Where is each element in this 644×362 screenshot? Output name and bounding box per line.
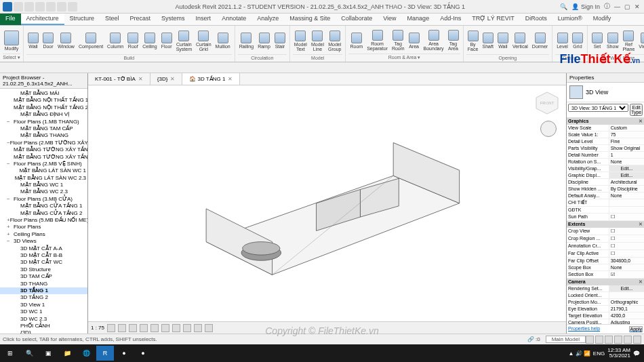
tray-icons[interactable]: ▲ 🔊 📶 — [568, 350, 590, 357]
ribbon-btn-model-line[interactable]: Model Line — [310, 30, 325, 52]
prop-row[interactable]: Show Hidden ...By Discipline — [567, 186, 644, 193]
temp-hide-icon[interactable] — [194, 324, 202, 332]
prop-value[interactable] — [609, 207, 644, 213]
select-pinned-icon[interactable] — [605, 336, 613, 344]
prop-row[interactable]: Scope BoxNone — [567, 264, 644, 271]
ribbon-btn-dormer[interactable]: Dormer — [531, 32, 549, 49]
tree-item[interactable]: MẶT BẰNG TƯỜNG XÂY TẦNG 2 — [0, 154, 87, 161]
detail-level-icon[interactable] — [107, 324, 115, 332]
ribbon-tab-massing-site[interactable]: Massing & Site — [284, 14, 336, 25]
tree-item[interactable]: +Ceiling Plans — [0, 231, 87, 238]
ribbon-btn-component[interactable]: Component — [77, 32, 104, 49]
tree-item[interactable]: MẶT BẰNG WC 2.3 — [0, 188, 87, 195]
ribbon-btn-floor[interactable]: Floor — [160, 32, 174, 49]
ribbon-tab-annotate[interactable]: Annotate — [216, 14, 251, 25]
tree-item[interactable]: 3D MẶT CẮT A-A — [0, 245, 87, 252]
tree-item[interactable]: MẶT BẰNG NỘI THẤT TẦNG 2 — [0, 104, 87, 111]
ribbon-tab-diroots[interactable]: DiRoots — [520, 14, 552, 25]
revit-taskbar-icon[interactable]: R — [96, 346, 114, 361]
maximize-icon[interactable]: ▢ — [624, 3, 630, 10]
ribbon-tab-precast[interactable]: Precast — [125, 14, 157, 25]
ribbon-btn-wall[interactable]: Wall — [496, 32, 510, 49]
prop-row[interactable]: GĐTK — [567, 207, 644, 214]
expand-icon[interactable]: − — [7, 196, 14, 203]
prop-value[interactable] — [609, 199, 644, 206]
view-scale[interactable]: 1 : 75 — [91, 325, 104, 331]
prop-row[interactable]: Graphic Displ...Edit... — [567, 172, 644, 179]
notifications-icon[interactable]: 💬 — [633, 350, 640, 357]
prop-category-header[interactable]: Camera✕ — [567, 279, 644, 285]
prop-row[interactable]: Far Clip Active☐ — [567, 250, 644, 258]
shadows-icon[interactable] — [140, 324, 148, 332]
ribbon-tab-file[interactable]: File — [0, 14, 21, 25]
ribbon-tab-manage[interactable]: Manage — [402, 14, 435, 25]
expand-icon[interactable]: + — [7, 231, 14, 238]
ribbon-tab-view[interactable]: View — [378, 14, 401, 25]
properties-type-selector[interactable]: 3D View — [567, 83, 644, 102]
clock-date[interactable]: 5/3/2021 — [609, 353, 630, 359]
ribbon-btn-model-text[interactable]: Model Text — [293, 30, 308, 52]
close-icon[interactable]: ✕ — [635, 3, 640, 10]
prop-value[interactable]: ☐ — [609, 235, 644, 242]
prop-value[interactable]: Fine — [609, 138, 644, 144]
prop-row[interactable]: DisciplineArchitectural — [567, 179, 644, 186]
prop-value[interactable]: ☐ — [609, 214, 644, 220]
ribbon-btn-railing[interactable]: Railing — [238, 32, 255, 49]
tree-item[interactable]: 3D MẶT CẮT WC — [0, 259, 87, 266]
tree-item[interactable]: MẶT BẰNG CỬA TẦNG 2 — [0, 210, 87, 217]
help-icon[interactable]: ⓘ — [604, 2, 610, 11]
tree-item[interactable]: 3D THANG — [0, 281, 87, 287]
prop-value[interactable] — [609, 292, 644, 298]
ribbon-btn-area-boundary[interactable]: Area Boundary — [422, 29, 445, 52]
tree-item[interactable]: 3D View 1 — [0, 302, 87, 308]
prop-row[interactable]: Crop View☐ — [567, 228, 644, 235]
prop-value[interactable]: Show Original — [609, 145, 644, 151]
expand-icon[interactable]: + — [7, 224, 14, 230]
ribbon-tab-lumion-[interactable]: Lumion® — [552, 14, 588, 25]
app-icon[interactable]: ● — [115, 346, 133, 361]
ribbon-tab-analyze[interactable]: Analyze — [251, 14, 284, 25]
tree-item[interactable]: −3D Views — [0, 238, 87, 245]
tree-item[interactable]: 3D TẦNG 1 — [0, 287, 87, 294]
tree-item[interactable]: MẶT BẰNG LÁT SÀN WC 2.3 — [0, 175, 87, 182]
prop-row[interactable]: Annotation Cr...☐ — [567, 243, 644, 250]
prop-value[interactable]: Edit... — [609, 172, 644, 178]
doc-tab[interactable]: 🏠 3D TẦNG 1✕ — [182, 73, 240, 85]
prop-row[interactable]: View ScaleCustom — [567, 125, 644, 132]
project-browser-tree[interactable]: MẶT BẰNG MÁIMẶT BẰNG NỘI THẤT TẦNG 1MẶT … — [0, 89, 87, 334]
ribbon-tab-tr-l-revit[interactable]: TRỢ LÝ REVIT — [466, 14, 520, 25]
prop-row[interactable]: Camera Positi...Adjusting — [567, 319, 644, 324]
rendering-icon[interactable] — [150, 324, 159, 332]
ribbon-btn-mullion[interactable]: Mullion — [214, 32, 232, 49]
tree-item[interactable]: 3D TAM CẤP — [0, 273, 87, 280]
revit-logo-icon[interactable] — [3, 2, 12, 12]
ribbon-btn-level[interactable]: Level — [555, 32, 569, 49]
redo-icon[interactable] — [46, 2, 56, 12]
prop-row[interactable]: Rendering Set...Edit... — [567, 285, 644, 292]
close-tab-icon[interactable]: ✕ — [138, 76, 143, 82]
select-links-icon[interactable] — [586, 336, 594, 344]
search-icon[interactable]: 🔍 — [20, 346, 38, 361]
ribbon-btn-curtain-grid[interactable]: Curtain Grid — [195, 30, 213, 52]
prop-value[interactable]: ☐ — [609, 250, 644, 257]
start-button[interactable]: ⊞ — [1, 346, 19, 361]
crop-region-icon[interactable] — [172, 324, 180, 332]
prop-value[interactable]: Adjusting — [609, 319, 644, 324]
prop-row[interactable]: Far Clip Offset304800,0 — [567, 258, 644, 264]
select-face-icon[interactable] — [614, 336, 622, 344]
lock-3d-icon[interactable] — [183, 324, 191, 332]
measure-icon[interactable] — [68, 2, 77, 12]
search-box[interactable]: 🔍 — [560, 3, 567, 10]
open-icon[interactable] — [14, 2, 23, 12]
prop-value[interactable]: Edit... — [609, 285, 644, 291]
navigation-wheel[interactable] — [540, 121, 557, 137]
prop-row[interactable]: Scale Value 1:75 — [567, 132, 644, 138]
prop-category-header[interactable]: Extents✕ — [567, 221, 644, 228]
prop-value[interactable]: Orthographic — [609, 299, 644, 305]
language-indicator[interactable]: ENG — [593, 350, 605, 357]
prop-row[interactable]: Detail LevelFine — [567, 138, 644, 145]
tree-item[interactable]: MẶT BẰNG NỘI THẤT TẦNG 1 — [0, 97, 87, 104]
ribbon-btn-model-group[interactable]: Model Group — [327, 30, 342, 52]
ribbon-btn-room-separator[interactable]: Room Separator — [365, 29, 389, 52]
prop-row[interactable]: Crop Region ...☐ — [567, 235, 644, 243]
